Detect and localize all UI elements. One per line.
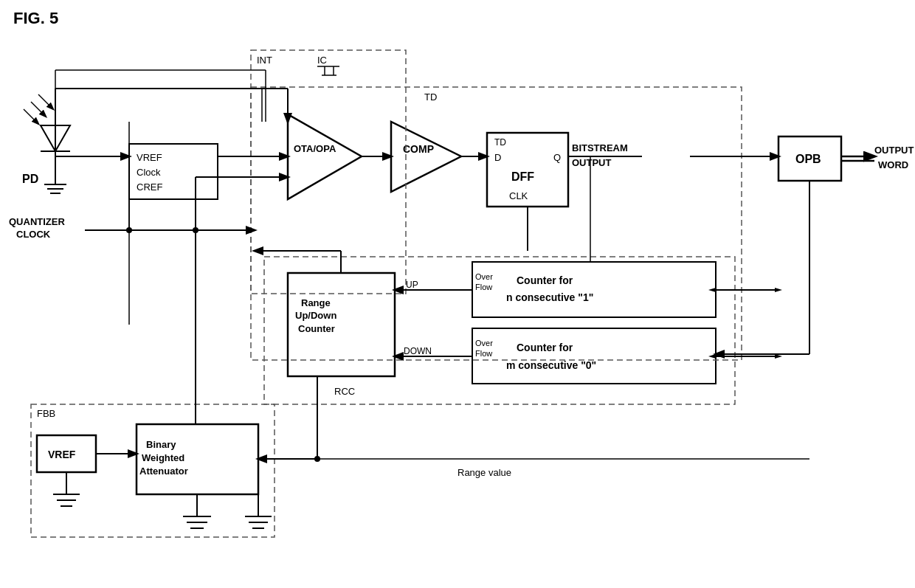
svg-text:OPB: OPB: [795, 153, 821, 165]
svg-text:FBB: FBB: [37, 408, 55, 419]
svg-text:Up/Down: Up/Down: [295, 310, 336, 321]
svg-marker-108: [775, 288, 782, 292]
svg-text:RCC: RCC: [334, 386, 355, 397]
svg-text:IC: IC: [317, 55, 327, 66]
vref-clock-block: VREF Clock CREF: [129, 144, 218, 199]
opb-block: OPB: [778, 136, 841, 181]
svg-text:OUTPUT: OUTPUT: [874, 145, 914, 156]
svg-text:PD: PD: [22, 173, 38, 185]
svg-marker-15: [288, 114, 362, 199]
svg-text:WORD: WORD: [878, 159, 908, 170]
svg-text:Weighted: Weighted: [142, 452, 184, 463]
svg-text:Q: Q: [553, 152, 561, 163]
diagram-container: FIG. 5 PD VREF Clock CREF: [0, 0, 915, 588]
circuit-diagram: PD VREF Clock CREF OTA/OPA COMP: [0, 0, 915, 588]
svg-line-3: [24, 109, 38, 124]
ota-opa-block: OTA/OPA: [288, 114, 362, 199]
svg-text:Range value: Range value: [458, 467, 511, 478]
svg-line-5: [38, 94, 53, 109]
svg-text:VREF: VREF: [48, 449, 76, 460]
svg-text:OTA/OPA: OTA/OPA: [294, 143, 336, 154]
counter-0-block: Counter for m consecutive "0": [472, 328, 716, 384]
pd-symbol: PD: [22, 94, 70, 193]
svg-point-124: [314, 456, 320, 462]
svg-text:CLK: CLK: [509, 190, 528, 201]
svg-text:UP: UP: [406, 280, 418, 290]
svg-text:BITSTREAM: BITSTREAM: [572, 142, 628, 153]
svg-text:Range: Range: [301, 297, 331, 308]
svg-text:VREF: VREF: [137, 152, 162, 163]
svg-rect-33: [472, 262, 716, 317]
svg-text:Binary: Binary: [146, 439, 176, 450]
svg-text:TD: TD: [494, 137, 506, 148]
binary-weighted-block: Binary Weighted Attenuator: [137, 424, 258, 494]
range-counter-block: Range Up/Down Counter: [288, 273, 395, 376]
svg-text:m consecutive "0": m consecutive "0": [506, 359, 596, 371]
svg-text:n consecutive "1": n consecutive "1": [506, 291, 593, 303]
svg-point-122: [126, 227, 132, 233]
svg-text:TD: TD: [424, 91, 437, 103]
svg-text:Clock: Clock: [137, 167, 161, 178]
svg-text:Counter: Counter: [298, 323, 335, 334]
svg-line-4: [31, 102, 46, 117]
comp-block: COMP: [391, 122, 461, 192]
svg-text:DFF: DFF: [511, 170, 534, 183]
svg-text:OUTPUT: OUTPUT: [572, 157, 612, 168]
svg-text:D: D: [494, 152, 501, 163]
svg-text:Over: Over: [475, 339, 493, 347]
svg-text:CLOCK: CLOCK: [16, 229, 51, 240]
vref-block: VREF: [37, 435, 96, 506]
svg-point-123: [193, 227, 198, 233]
svg-rect-36: [472, 328, 716, 384]
svg-text:QUANTIZER: QUANTIZER: [9, 216, 65, 227]
svg-text:Flow: Flow: [475, 283, 492, 291]
svg-text:Counter for: Counter for: [517, 274, 573, 286]
svg-marker-18: [391, 122, 461, 192]
counter-1-block: Counter for n consecutive "1": [472, 262, 716, 317]
svg-text:Attenuator: Attenuator: [139, 466, 188, 477]
svg-text:CREF: CREF: [137, 181, 162, 193]
svg-text:DOWN: DOWN: [404, 346, 432, 356]
svg-text:Counter for: Counter for: [517, 342, 573, 353]
svg-text:INT: INT: [257, 55, 272, 66]
svg-text:COMP: COMP: [403, 143, 434, 155]
svg-text:Flow: Flow: [475, 349, 492, 358]
svg-text:Over: Over: [475, 272, 493, 281]
